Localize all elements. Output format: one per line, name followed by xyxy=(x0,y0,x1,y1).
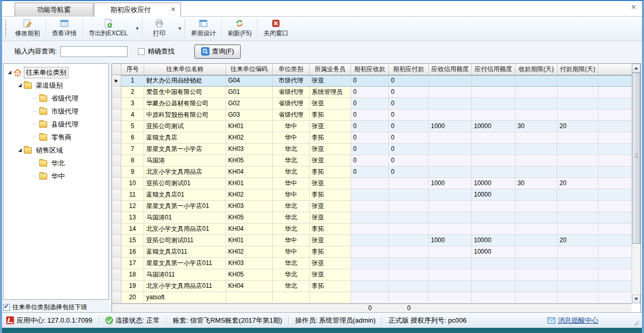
column-header[interactable]: 应付信用额度 xyxy=(472,64,515,75)
column-header[interactable]: 往来单位名称 xyxy=(144,64,226,75)
scroll-down-button[interactable] xyxy=(632,295,640,303)
grid-cell[interactable] xyxy=(351,269,389,281)
grid-cell[interactable]: KH03 xyxy=(226,201,273,212)
grid-cell[interactable]: 9 xyxy=(121,166,144,178)
grid-cell[interactable] xyxy=(429,75,472,87)
grid-cell[interactable] xyxy=(515,87,557,98)
grid-cell[interactable] xyxy=(515,166,557,178)
grid-cell[interactable]: 10 xyxy=(121,178,144,189)
grid-cell[interactable]: 0 xyxy=(351,166,389,178)
grid-cell[interactable]: 0 xyxy=(389,144,429,155)
grid-cell[interactable] xyxy=(351,224,389,235)
grid-cell[interactable]: 系统管理员 xyxy=(310,87,351,98)
grid-cell[interactable]: 华北 xyxy=(273,166,310,178)
grid-cell[interactable]: 华中 xyxy=(273,121,310,132)
grid-cell[interactable] xyxy=(557,246,598,258)
grid-cell[interactable]: 18 xyxy=(121,269,144,281)
row-indicator[interactable] xyxy=(112,258,121,269)
grid-cell[interactable] xyxy=(557,98,598,109)
grid-cell[interactable]: 5 xyxy=(121,121,144,132)
search-input[interactable] xyxy=(60,46,128,57)
row-indicator[interactable] xyxy=(112,269,121,281)
grid-cell[interactable]: G01 xyxy=(226,87,273,98)
table-row[interactable]: 15亚拓公司测试011KH01华中张亚10001000020 xyxy=(112,235,632,246)
expander-icon[interactable] xyxy=(8,71,11,74)
expander-icon[interactable] xyxy=(18,84,22,87)
grid-cell[interactable]: 0 xyxy=(351,87,389,98)
grid-cell[interactable]: 北京小学文具用品店01 xyxy=(144,224,226,235)
grid-cell[interactable]: 7 xyxy=(121,144,144,155)
table-row[interactable]: 3华夏办公器材有限公司G02省级代理张亚00 xyxy=(112,98,632,109)
column-header[interactable]: 付款期限(天) xyxy=(557,64,598,75)
grid-cell[interactable]: 11 xyxy=(121,189,144,201)
table-row[interactable]: 18马国涛011KH05华北张亚 xyxy=(112,269,632,281)
table-row[interactable]: 7星星文具第一小学店KH03华北张亚00 xyxy=(112,144,632,155)
grid-cell[interactable] xyxy=(515,75,557,87)
grid-cell[interactable]: KH01 xyxy=(226,121,273,132)
grid-cell[interactable]: 张亚 xyxy=(310,98,351,109)
grid-cell[interactable]: 12 xyxy=(121,201,144,212)
grid-cell[interactable]: 华中 xyxy=(273,246,310,258)
grid-cell[interactable]: 1000 xyxy=(429,235,472,246)
grid-cell[interactable]: 华中 xyxy=(273,235,310,246)
table-row[interactable]: 13马国涛01KH05华北张亚 xyxy=(112,212,632,224)
grid-cell[interactable]: 亚拓公司测试011 xyxy=(144,235,226,246)
ui-design-button[interactable]: 界面设计 xyxy=(186,17,221,40)
table-row[interactable]: 9北京小学文具用品店KH04华北李拓00 xyxy=(112,166,632,178)
grid-cell[interactable] xyxy=(351,258,389,269)
grid-cell[interactable] xyxy=(472,109,515,121)
grid-cell[interactable] xyxy=(557,155,598,166)
grid-cell[interactable]: 华北 xyxy=(273,201,310,212)
grid-cell[interactable]: 省级代理 xyxy=(273,109,310,121)
grid-cell[interactable]: 0 xyxy=(389,155,429,166)
grid-cell[interactable]: yatsoft xyxy=(144,292,226,303)
grid-cell[interactable]: 华北 xyxy=(273,224,310,235)
row-indicator[interactable] xyxy=(112,155,121,166)
grid-cell[interactable]: 1000 xyxy=(429,178,472,189)
scroll-up-button[interactable] xyxy=(632,64,640,73)
grid-cell[interactable]: 华中 xyxy=(273,132,310,144)
grid-cell[interactable] xyxy=(472,144,515,155)
grid-cell[interactable]: 0 xyxy=(351,98,389,109)
grid-cell[interactable] xyxy=(351,292,389,303)
grid-cell[interactable]: 李拓 xyxy=(310,246,351,258)
grid-cell[interactable] xyxy=(389,212,429,224)
grid-cell[interactable] xyxy=(515,224,557,235)
grid-cell[interactable]: 李拓 xyxy=(310,109,351,121)
exact-match-checkbox[interactable] xyxy=(138,48,145,55)
grid-cell[interactable] xyxy=(429,212,472,224)
grid-cell[interactable]: 0 xyxy=(389,132,429,144)
grid-cell[interactable]: 1000 xyxy=(429,121,472,132)
expander-icon[interactable] xyxy=(18,148,22,152)
grid-cell[interactable]: KH02 xyxy=(226,189,273,201)
grid-cell[interactable]: 华北 xyxy=(273,258,310,269)
grid-cell[interactable] xyxy=(472,292,515,303)
grid-cell[interactable]: 张亚 xyxy=(310,75,351,87)
grid-cell[interactable] xyxy=(557,212,598,224)
table-row[interactable]: 16蓝猫文具店011KH02华中李拓10000 xyxy=(112,246,632,258)
export-dropdown-arrow-icon[interactable]: ▼ xyxy=(133,17,142,40)
grid-cell[interactable] xyxy=(351,281,389,292)
grid-cell[interactable]: 张亚 xyxy=(310,121,351,132)
grid-cell[interactable]: 14 xyxy=(121,224,144,235)
window-close-icon[interactable]: ✕ xyxy=(629,3,638,11)
grid-cell[interactable] xyxy=(472,224,515,235)
grid-cell[interactable] xyxy=(351,246,389,258)
grid-cell[interactable]: 3 xyxy=(121,98,144,109)
grid-cell[interactable] xyxy=(351,201,389,212)
row-indicator[interactable] xyxy=(112,212,121,224)
grid-cell[interactable]: KH01 xyxy=(226,235,273,246)
grid-cell[interactable]: 0 xyxy=(389,109,429,121)
grid-cell[interactable] xyxy=(472,87,515,98)
row-indicator[interactable] xyxy=(112,189,121,201)
grid-cell[interactable] xyxy=(557,75,598,87)
tree-item-county-agent[interactable]: 县级代理 xyxy=(4,118,108,131)
grid-cell[interactable]: 0 xyxy=(351,155,389,166)
grid-cell[interactable] xyxy=(557,144,598,155)
grid-cell[interactable] xyxy=(515,98,557,109)
grid-cell[interactable] xyxy=(429,155,472,166)
column-header[interactable]: 收款期限(天) xyxy=(515,64,557,75)
grid-cell[interactable]: 20 xyxy=(557,121,598,132)
grid-cell[interactable] xyxy=(557,258,598,269)
tree-item-central-china[interactable]: 华中 xyxy=(4,170,108,183)
